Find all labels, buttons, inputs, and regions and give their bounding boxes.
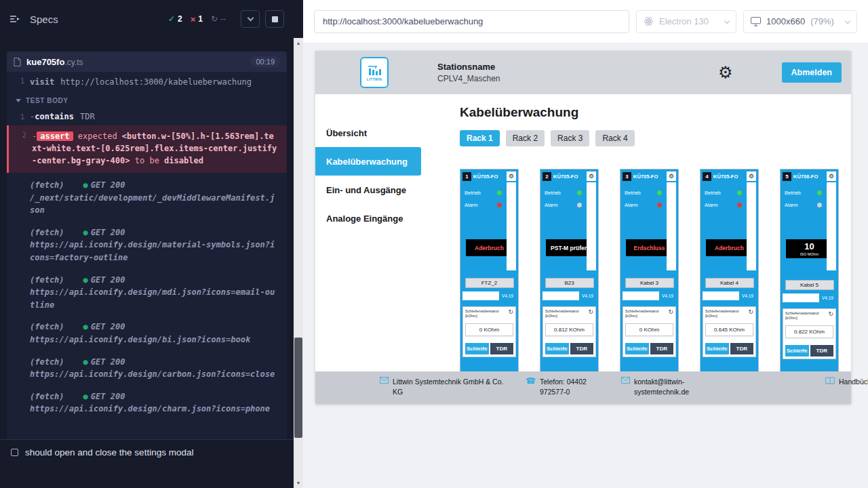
refresh-icon[interactable]: ↻: [668, 309, 673, 315]
scroll-up-arrow-icon[interactable]: ▲: [294, 38, 303, 48]
status-display: Aderbruch: [706, 239, 753, 256]
schleife-button[interactable]: Schleife: [465, 343, 489, 354]
device-card: 3 KÜ705-FO ⚙ Betrieb Alarm Erdschluss Ka…: [620, 169, 679, 371]
scrollbar-thumb[interactable]: [294, 338, 302, 438]
viewport-zoom: (79%): [810, 16, 834, 26]
betrieb-label: Betrieb: [545, 190, 561, 196]
status-dot: ●: [83, 180, 88, 190]
card-title: KÜ705-FO: [713, 174, 738, 180]
card-gear-icon[interactable]: ⚙: [747, 171, 756, 181]
card-title: KÜ705-FO: [473, 174, 498, 180]
card-number: 2: [542, 172, 551, 181]
version-row: V4.19: [542, 291, 596, 300]
stop-run-button[interactable]: [265, 10, 284, 28]
alarm-led: [657, 203, 662, 207]
device-card: 2 KÜ705-FO ⚙ Betrieb Alarm PST-M prüfen …: [540, 169, 599, 371]
schleife-button[interactable]: Schleife: [785, 345, 809, 357]
tab-rack-3[interactable]: Rack 3: [551, 130, 589, 146]
mail-icon: [621, 377, 630, 384]
failed-count: ×1: [191, 14, 203, 24]
stop-icon: [272, 16, 278, 22]
fetch-url: https://api.iconify.design/bi.json?icons…: [30, 333, 279, 346]
log-fetch-entry[interactable]: (fetch)●GET 200 https://api.iconify.desi…: [7, 387, 287, 419]
refresh-icon[interactable]: ↻: [508, 309, 513, 315]
refresh-icon[interactable]: ↻: [828, 311, 833, 317]
tdr-button[interactable]: TDR: [730, 343, 754, 354]
scroll-down-arrow-icon[interactable]: ▼: [294, 478, 303, 488]
log-fetch-entry[interactable]: (fetch)●GET 200 /_next/static/developmen…: [7, 176, 287, 220]
log-fetch-entry[interactable]: (fetch)●GET 200 https://api.iconify.desi…: [7, 270, 287, 315]
device-card: 1 KÜ705-FO ⚙ Betrieb Alarm Aderbruch FTZ…: [460, 169, 519, 371]
aut-stage: Electron 130 1000x660 (79%) LITTWIN Stat…: [303, 0, 868, 488]
tab-rack-1[interactable]: Rack 1: [460, 130, 500, 146]
test-body-section[interactable]: TEST BODY: [7, 91, 287, 109]
card-side-strip: [587, 182, 596, 270]
log-visit-command[interactable]: 1 visithttp://localhost:3000/kabelueberw…: [7, 73, 287, 91]
tdr-button[interactable]: TDR: [810, 345, 834, 357]
reporter-header: Specs ✓2 ×1 ↻ --: [0, 0, 294, 38]
betrieb-label: Betrieb: [785, 190, 801, 196]
log-fetch-entry[interactable]: (fetch)●GET 200 https://api.iconify.desi…: [7, 352, 287, 384]
tdr-button[interactable]: TDR: [650, 343, 674, 354]
card-side-strip: [747, 182, 756, 270]
schleife-button[interactable]: Schleife: [705, 343, 729, 354]
line-number: 1: [7, 76, 24, 88]
sidebar-item-uebersicht[interactable]: Übersicht: [315, 119, 432, 147]
card-gear-icon[interactable]: ⚙: [667, 171, 676, 181]
collapse-all-button[interactable]: [241, 10, 260, 28]
status-dot: ●: [83, 275, 88, 285]
tab-rack-4[interactable]: Rack 4: [595, 130, 634, 146]
fetch-url: https://api.iconify.design/material-symb…: [30, 239, 279, 264]
file-icon: [14, 58, 21, 66]
spec-file-bar[interactable]: kue705fo.cy.ts 00:19: [7, 52, 287, 72]
footer-manuals-link[interactable]: Handbücher: [825, 377, 868, 387]
log-assert-failed[interactable]: 2 -assert expected <button.w-[50%].h-[1.…: [7, 125, 287, 173]
specs-label[interactable]: Specs: [30, 14, 58, 25]
url-input[interactable]: [314, 10, 629, 33]
card-gear-icon[interactable]: ⚙: [827, 171, 836, 181]
log-contains-command[interactable]: 1 -containsTDR: [7, 109, 287, 124]
resistance-value: 0 KOhm: [465, 323, 513, 336]
logout-button[interactable]: Abmelden: [782, 62, 842, 83]
log-fetch-entry[interactable]: (fetch)●GET 200 https://api.iconify.desi…: [7, 317, 287, 349]
passed-count: ✓2: [168, 14, 182, 24]
alarm-label: Alarm: [785, 202, 798, 208]
schleife-button[interactable]: Schleife: [625, 343, 649, 354]
viewport-select[interactable]: 1000x660 (79%): [743, 10, 857, 33]
betrieb-led: [497, 190, 502, 195]
status-unit: ISO MOhm: [800, 252, 819, 256]
card-side-strip: [827, 182, 836, 270]
command-arg: TDR: [80, 112, 95, 121]
chevron-down-icon: [16, 99, 21, 102]
reporter-scrollbar[interactable]: ▲ ▼: [294, 0, 303, 488]
next-test-title: should open and close the settings modal: [25, 447, 193, 458]
settings-gear-icon[interactable]: ⚙: [718, 64, 733, 81]
next-test-row[interactable]: should open and close the settings modal: [0, 439, 294, 465]
cross-icon: ×: [191, 14, 196, 24]
browser-select[interactable]: Electron 130: [636, 10, 736, 33]
schleife-button[interactable]: Schleife: [545, 343, 569, 354]
command-name: visit: [30, 77, 54, 87]
alarm-led: [737, 203, 742, 207]
app-window: LITTWIN Stationsname CPLV4_Maschen ⚙ Abm…: [315, 51, 851, 404]
log-fetch-entry[interactable]: (fetch)●GET 200 https://api.iconify.desi…: [7, 223, 287, 268]
tdr-button[interactable]: TDR: [490, 343, 514, 354]
sidebar-item-kabelueberwachung[interactable]: Kabelüberwachung: [315, 147, 421, 176]
command-log: 1 visithttp://localhost:3000/kabelueberw…: [7, 72, 287, 439]
refresh-icon[interactable]: ↻: [588, 309, 593, 315]
sidebar-item-analoge-eingaenge[interactable]: Analoge Eingänge: [315, 204, 432, 232]
card-gear-icon[interactable]: ⚙: [507, 171, 516, 181]
chevron-down-icon: [845, 18, 850, 23]
spec-timer: 00:19: [250, 56, 280, 67]
status-dot: ●: [83, 357, 88, 367]
tab-rack-2[interactable]: Rack 2: [506, 130, 545, 146]
tdr-button[interactable]: TDR: [570, 343, 594, 354]
station-name: CPLV4_Maschen: [437, 74, 500, 83]
littwin-logo: LITTWIN: [360, 57, 389, 88]
card-number: 5: [783, 172, 791, 181]
app-body: Übersicht Kabelüberwachung Ein- und Ausg…: [315, 94, 851, 371]
card-gear-icon[interactable]: ⚙: [587, 171, 596, 181]
version-badge: V4.19: [819, 293, 836, 302]
sidebar-item-ein-und-ausgaenge[interactable]: Ein- und Ausgänge: [315, 176, 432, 204]
refresh-icon[interactable]: ↻: [748, 309, 753, 315]
